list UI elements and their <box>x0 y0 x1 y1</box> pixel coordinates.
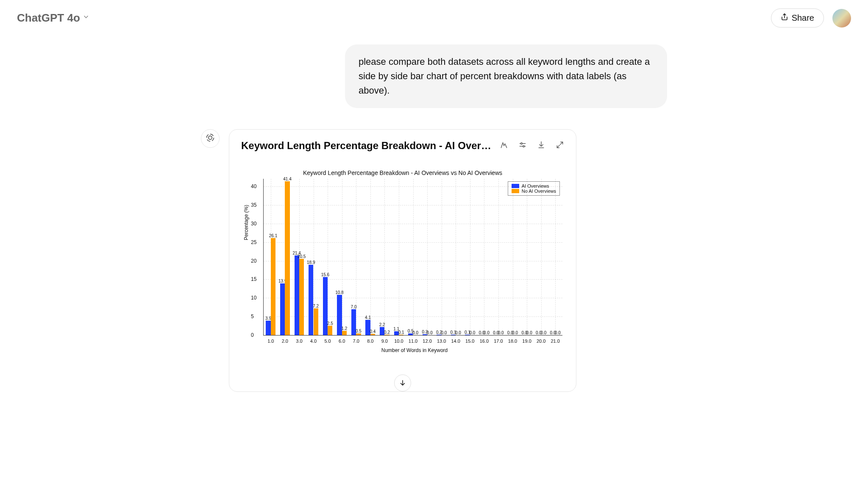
xtick-label: 19.0 <box>522 338 531 344</box>
expand-icon[interactable] <box>556 141 564 151</box>
ytick-label: 15 <box>251 276 256 282</box>
chart-xlabel: Number of Words in Keyword <box>263 347 566 353</box>
bar-value-label: 7.0 <box>351 305 357 309</box>
gridline-v <box>484 179 484 335</box>
svg-line-8 <box>557 145 559 148</box>
bar-value-label: 7.2 <box>313 304 319 308</box>
gridline-v <box>527 179 527 335</box>
bar-value-label: 26.1 <box>269 233 277 238</box>
scroll-down-button[interactable] <box>394 374 411 391</box>
bar-ai: 13.9 <box>280 283 285 335</box>
bar-no-ai: 1.2 <box>342 331 347 336</box>
download-icon[interactable] <box>537 141 545 151</box>
bar-value-label: 15.6 <box>321 272 329 277</box>
xtick-label: 20.0 <box>537 338 545 344</box>
bar-value-label: 0.0 <box>555 330 561 335</box>
xtick-label: 15.0 <box>465 338 474 344</box>
bar-value-label: 0.4 <box>370 329 376 334</box>
gridline-v <box>342 179 342 335</box>
color-swatch-icon[interactable] <box>500 141 508 151</box>
gridline-v <box>399 179 399 335</box>
result-card: Keyword Length Percentage Breakdown - AI… <box>229 129 576 392</box>
ytick-label: 25 <box>251 239 256 245</box>
settings-sliders-icon[interactable] <box>518 141 527 151</box>
bar-no-ai: 0.4 <box>370 334 375 336</box>
chart-plot-area: Percentage (%) AI Overviews No AI Overvi… <box>263 179 562 336</box>
assistant-row: Keyword Length Percentage Breakdown - AI… <box>201 129 667 392</box>
gridline-v <box>555 179 556 335</box>
xtick-label: 6.0 <box>339 338 345 344</box>
bar-value-label: 2.5 <box>327 321 333 326</box>
bar-value-label: 18.9 <box>307 260 315 265</box>
openai-logo-icon <box>205 133 215 144</box>
ytick-label: 20 <box>251 258 256 264</box>
user-avatar[interactable] <box>832 9 851 28</box>
gridline-v <box>384 179 385 335</box>
xtick-label: 3.0 <box>296 338 302 344</box>
chart-ylabel: Percentage (%) <box>243 205 249 240</box>
top-right: Share <box>771 8 851 28</box>
bar-value-label: 0.0 <box>427 330 433 335</box>
bar-value-label: 0.0 <box>441 330 447 335</box>
bar-ai: 21.4 <box>295 255 299 335</box>
xtick-label: 12.0 <box>423 338 431 344</box>
gridline-v <box>328 179 328 335</box>
xtick-label: 9.0 <box>381 338 388 344</box>
chart-title: Keyword Length Percentage Breakdown - AI… <box>239 169 566 176</box>
xtick-label: 4.0 <box>310 338 317 344</box>
card-header: Keyword Length Percentage Breakdown - AI… <box>229 130 576 157</box>
gridline-v <box>470 179 470 335</box>
xtick-label: 18.0 <box>508 338 517 344</box>
bar-value-label: 0.0 <box>412 330 418 335</box>
xtick-label: 2.0 <box>282 338 288 344</box>
xtick-label: 5.0 <box>324 338 331 344</box>
bar-value-label: 0.0 <box>455 330 461 335</box>
gridline-v <box>498 179 499 335</box>
bar-no-ai: 7.2 <box>314 308 318 335</box>
ytick-label: 40 <box>251 183 256 189</box>
bar-value-label: 0.0 <box>470 330 476 335</box>
xtick-label: 21.0 <box>551 338 559 344</box>
bar-value-label: 0.0 <box>512 330 518 335</box>
model-label: ChatGPT 4o <box>17 11 80 25</box>
xtick-label: 17.0 <box>494 338 503 344</box>
card-title: Keyword Length Percentage Breakdown - AI… <box>241 140 493 152</box>
user-message-text: please compare both datasets across all … <box>359 56 650 96</box>
gridline-v <box>513 179 513 335</box>
bar-value-label: 0.5 <box>356 329 362 333</box>
gridline-v <box>356 179 356 335</box>
bar-value-label: 20.5 <box>298 254 306 259</box>
gridline-v <box>456 179 456 335</box>
bar-no-ai: 0.5 <box>356 333 361 335</box>
legend-item-no-ai: No AI Overviews <box>512 189 556 194</box>
bar-value-label: 0.2 <box>384 330 390 335</box>
xtick-label: 10.0 <box>394 338 403 344</box>
bar-no-ai: 20.5 <box>299 259 304 335</box>
chevron-down-icon <box>83 14 89 22</box>
user-message-row: please compare both datasets across all … <box>201 44 667 108</box>
assistant-avatar <box>201 129 220 148</box>
bar-ai: 18.9 <box>309 265 313 335</box>
bar-value-label: 0.0 <box>526 330 532 335</box>
share-icon <box>781 13 788 23</box>
bar-value-label: 0.1 <box>398 330 404 335</box>
bar-value-label: 1.2 <box>341 326 347 331</box>
share-button[interactable]: Share <box>771 8 824 28</box>
svg-point-5 <box>523 146 525 147</box>
xtick-label: 1.0 <box>267 338 274 344</box>
xtick-label: 7.0 <box>353 338 359 344</box>
bar-ai: 15.6 <box>323 277 328 335</box>
share-label: Share <box>792 13 814 23</box>
chart: Keyword Length Percentage Breakdown - AI… <box>229 157 576 368</box>
ytick-label: 5 <box>251 313 254 319</box>
gridline-h <box>264 335 562 336</box>
topbar: ChatGPT 4o Share <box>17 8 851 28</box>
ytick-label: 10 <box>251 295 256 301</box>
model-selector[interactable]: ChatGPT 4o <box>17 11 89 25</box>
ytick-label: 30 <box>251 221 256 227</box>
card-actions <box>500 141 564 151</box>
gridline-v <box>541 179 542 335</box>
xtick-label: 8.0 <box>367 338 373 344</box>
bar-value-label: 0.0 <box>498 330 504 335</box>
bar-no-ai: 26.1 <box>271 238 275 335</box>
